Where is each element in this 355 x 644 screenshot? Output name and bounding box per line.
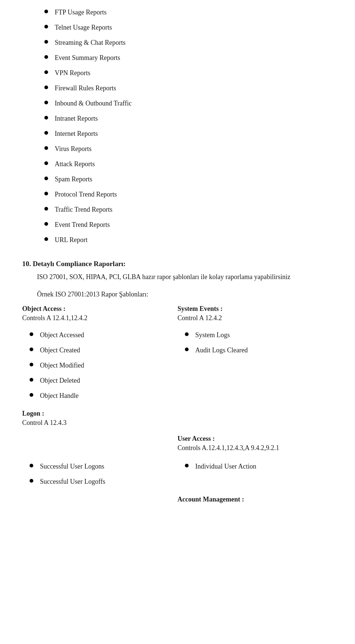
bullet-icon — [44, 222, 48, 226]
list-item: Object Modified — [30, 360, 178, 370]
bullet-icon — [30, 332, 33, 336]
list-item: Virus Reports — [44, 144, 333, 154]
bullet-icon — [44, 25, 48, 28]
account-mgmt-col: Account Management : — [178, 496, 333, 503]
bullet-icon — [30, 363, 33, 366]
report-list: FTP Usage Reports Telnet Usage Reports S… — [22, 7, 333, 245]
list-item: Successful User Logons — [30, 462, 178, 472]
bullet-icon — [44, 177, 48, 180]
iso-columns: Object Access : Controls A 12.4.1,12.4.2… — [22, 305, 333, 328]
user-access-bullet-list: Individual User Action — [178, 462, 333, 472]
object-bullet-list: Object Accessed Object Created Object Mo… — [22, 330, 178, 401]
list-item: Object Deleted — [30, 376, 178, 386]
logon-bullet-list: Successful User Logons Successful User L… — [22, 462, 178, 487]
bullet-icon — [44, 40, 48, 44]
list-item: Object Handle — [30, 391, 178, 401]
bullet-icon — [44, 85, 48, 89]
list-item: Firewall Rules Reports — [44, 83, 333, 93]
list-item: Object Accessed — [30, 330, 178, 340]
logon-control: Control A 12.4.3 — [22, 419, 178, 427]
bullet-icon — [185, 464, 189, 467]
bullet-icon — [30, 378, 33, 382]
bullet-icon — [44, 131, 48, 135]
list-item: Telnet Usage Reports — [44, 23, 333, 33]
list-item: Attack Reports — [44, 159, 333, 169]
system-events-control: Control A 12.4.2 — [178, 314, 333, 322]
system-events-col: System Events : Control A 12.4.2 — [178, 305, 333, 328]
list-item: Event Trend Reports — [44, 220, 333, 230]
bullet-icon — [44, 237, 48, 241]
list-item: Object Created — [30, 345, 178, 355]
list-item: Streaming & Chat Reports — [44, 38, 333, 48]
bullet-icon — [30, 464, 33, 467]
user-access-col — [178, 410, 333, 433]
list-item: Intranet Reports — [44, 114, 333, 124]
logon-bullets-col — [22, 435, 178, 458]
system-bullets-col: System Logs Audit Logs Cleared — [178, 330, 333, 406]
logon-label: Logon : — [22, 410, 178, 417]
system-bullet-list: System Logs Audit Logs Cleared — [178, 330, 333, 355]
list-item: Successful User Logoffs — [30, 477, 178, 487]
user-access-bullets-col: Individual User Action — [178, 462, 333, 492]
empty-left — [22, 496, 178, 503]
object-access-col: Object Access : Controls A 12.4.1,12.4.2 — [22, 305, 178, 328]
bullet-icon — [44, 101, 48, 104]
list-item: Internet Reports — [44, 129, 333, 139]
bullets-row-1: Object Accessed Object Created Object Mo… — [22, 330, 333, 406]
system-events-label: System Events : — [178, 305, 333, 313]
list-item: Audit Logs Cleared — [185, 345, 333, 355]
list-item: URL Report — [44, 235, 333, 245]
example-title: Örnek ISO 27001:2013 Rapor Şablonları: — [37, 289, 333, 300]
list-item: Spam Reports — [44, 174, 333, 184]
object-access-label: Object Access : — [22, 305, 178, 313]
list-item: Traffic Trend Reports — [44, 205, 333, 215]
list-item: System Logs — [185, 330, 333, 340]
account-mgmt-row: Account Management : — [22, 496, 333, 503]
bullet-icon — [44, 146, 48, 150]
bullet-icon — [44, 10, 48, 13]
logon-col: Logon : Control A 12.4.3 — [22, 410, 178, 433]
bullet-icon — [30, 393, 33, 397]
list-item: VPN Reports — [44, 68, 333, 78]
bullets-row-3: Successful User Logons Successful User L… — [22, 462, 333, 492]
list-item: Individual User Action — [185, 462, 333, 472]
logon-useraccess-row: Logon : Control A 12.4.3 — [22, 410, 333, 433]
logon-bullets-left: Successful User Logons Successful User L… — [22, 462, 178, 492]
account-mgmt-label: Account Management : — [178, 496, 333, 503]
bullet-icon — [44, 116, 48, 120]
bullet-icon — [44, 161, 48, 165]
object-access-controls: Controls A 12.4.1,12.4.2 — [22, 314, 178, 322]
bullet-icon — [185, 348, 189, 351]
bullets-row-2: User Access : Controls A.12.4.1,12.4.3,A… — [22, 435, 333, 458]
bullet-icon — [44, 70, 48, 74]
user-access-controls: Controls A.12.4.1,12.4.3,A 9.4.2,9.2.1 — [178, 444, 333, 452]
bullet-icon — [44, 192, 48, 195]
user-access-label: User Access : — [178, 435, 333, 443]
section-10-description: ISO 27001, SOX, HIPAA, PCI, GLBA hazır r… — [37, 272, 333, 282]
bullet-icon — [44, 55, 48, 59]
bullet-icon — [44, 207, 48, 211]
list-item: Protocol Trend Reports — [44, 189, 333, 199]
object-bullets-col: Object Accessed Object Created Object Mo… — [22, 330, 178, 406]
list-item: Event Summary Reports — [44, 53, 333, 63]
section-10-heading: 10. Detaylı Compliance Raporları: — [22, 260, 333, 268]
bullet-icon — [30, 348, 33, 351]
bullet-icon — [30, 479, 33, 483]
list-item: FTP Usage Reports — [44, 7, 333, 17]
user-access-right-col: User Access : Controls A.12.4.1,12.4.3,A… — [178, 435, 333, 458]
bullet-icon — [185, 332, 189, 336]
list-item: Inbound & Outbound Traffic — [44, 98, 333, 108]
